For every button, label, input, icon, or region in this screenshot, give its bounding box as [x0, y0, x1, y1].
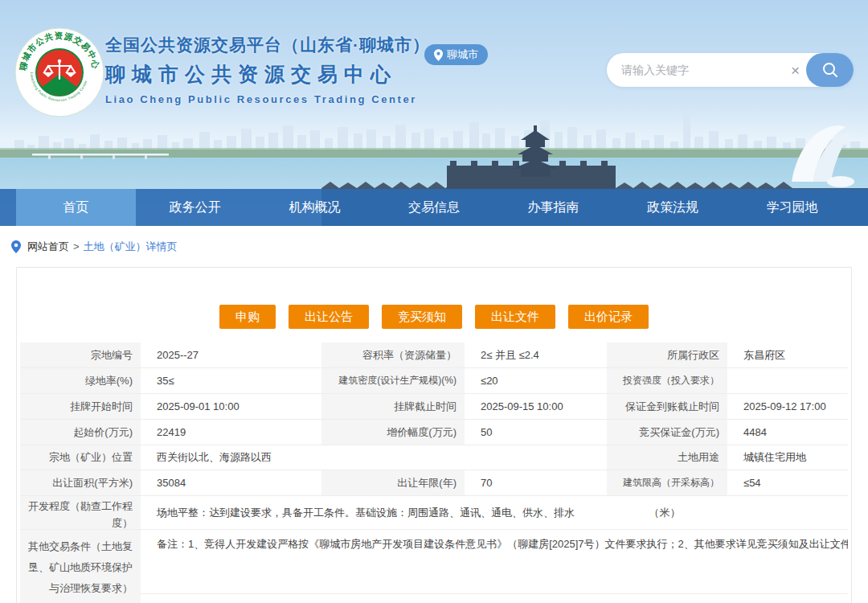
label-transfer-area: 出让面积(平方米) [20, 470, 141, 496]
value-investment-intensity [727, 368, 848, 394]
value-land-use: 城镇住宅用地 [727, 445, 848, 470]
land-detail-table: 宗地编号 2025--27 容积率（资源储量） 2≤ 并且 ≤2.4 所属行政区… [20, 343, 848, 603]
breadcrumb-home-link[interactable]: 网站首页 [27, 240, 69, 254]
value-height-limit: ≤54 [727, 470, 848, 496]
label-transfer-term: 出让年限(年) [321, 470, 465, 496]
clear-icon[interactable]: × [784, 63, 806, 78]
location-pin-icon [434, 49, 443, 61]
detail-card: 申购 出让公告 竞买须知 出让文件 出价记录 宗地编号 2025--27 容积率… [16, 267, 852, 603]
site-titles: 全国公共资源交易平台（山东省·聊城市） 聊城市公共资源交易中心 Liao Che… [105, 34, 430, 105]
unit-meters-cell: （米） [607, 496, 727, 530]
nav-item-gov-disclosure[interactable]: 政务公开 [136, 189, 256, 226]
label-building-density: 建筑密度(设计生产规模)(%) [321, 368, 465, 394]
label-bid-deposit: 竞买保证金(万元) [607, 420, 727, 445]
value-bid-deposit: 4484 [727, 420, 848, 445]
value-listing-start-time: 2025-09-01 10:00 [141, 394, 321, 420]
value-increment: 50 [465, 420, 607, 445]
label-green-rate: 绿地率(%) [20, 368, 141, 394]
label-district: 所属行政区 [607, 343, 727, 368]
site-title-english: Liao Cheng Public Resources Trading Cent… [105, 93, 430, 105]
value-green-rate: 35≤ [141, 368, 321, 394]
transfer-announcement-button[interactable]: 出让公告 [289, 305, 369, 329]
label-other-conditions: 其他交易条件（土地复垦、矿山地质环境保护与治理恢复要求） [20, 530, 141, 603]
label-parcel-location: 宗地（矿业）位置 [20, 445, 141, 470]
main-nav: 首页 政务公开 机构概况 交易信息 办事指南 政策法规 学习园地 [0, 189, 868, 226]
nav-item-policies[interactable]: 政策法规 [613, 189, 733, 226]
logo-emblem-icon: 聊城市公共资源交易中心 Liaocheng Public Resources T… [14, 27, 104, 117]
search-icon [821, 61, 839, 79]
action-button-row: 申购 出让公告 竞买须知 出让文件 出价记录 [17, 305, 851, 329]
search-bar: × [607, 53, 854, 87]
value-parcel-number: 2025--27 [141, 343, 321, 368]
location-badge-label: 聊城市 [447, 47, 478, 62]
label-listing-end-time: 挂牌截止时间 [321, 394, 465, 420]
search-input[interactable] [607, 64, 784, 76]
value-deposit-deadline: 2025-09-12 17:00 [727, 394, 848, 420]
value-transfer-area: 35084 [141, 470, 321, 496]
label-plot-ratio: 容积率（资源储量） [321, 343, 465, 368]
value-plot-ratio: 2≤ 并且 ≤2.4 [465, 343, 607, 368]
site-title-platform: 全国公共资源交易平台（山东省·聊城市） [105, 34, 430, 56]
value-transfer-term: 70 [465, 470, 607, 496]
breadcrumb: 网站首页 > 土地（矿业）详情页 [0, 226, 868, 267]
label-deposit-deadline: 保证金到账截止时间 [607, 394, 727, 420]
value-listing-end-time: 2025-09-15 10:00 [465, 394, 607, 420]
location-badge[interactable]: 聊城市 [424, 44, 488, 65]
value-building-density: ≤20 [465, 368, 607, 394]
breadcrumb-separator: > [73, 240, 80, 252]
bidding-notice-button[interactable]: 竞买须知 [382, 305, 462, 329]
label-height-limit: 建筑限高（开采标高） [607, 470, 727, 496]
label-listing-start-time: 挂牌开始时间 [20, 394, 141, 420]
label-parcel-number: 宗地编号 [20, 343, 141, 368]
bid-records-button[interactable]: 出价记录 [568, 305, 649, 329]
purchase-button[interactable]: 申购 [219, 305, 276, 329]
label-land-use: 土地用途 [607, 445, 727, 470]
table-filler-cell [141, 594, 848, 603]
nav-item-home[interactable]: 首页 [16, 189, 136, 226]
value-district: 东昌府区 [727, 343, 848, 368]
site-title-center: 聊城市公共资源交易中心 [105, 61, 430, 88]
nav-item-trade-info[interactable]: 交易信息 [375, 189, 494, 226]
label-starting-price: 起始价(万元) [20, 420, 141, 445]
nav-item-learning[interactable]: 学习园地 [732, 189, 852, 226]
label-investment-intensity: 投资强度（投入要求） [607, 368, 727, 394]
nav-item-service-guide[interactable]: 办事指南 [493, 189, 613, 226]
label-increment: 增价幅度(万元) [321, 420, 465, 445]
nav-item-org-overview[interactable]: 机构概况 [255, 189, 375, 226]
value-development-level: 场地平整：达到建设要求，具备开工条件。基础设施：周围通路、通讯、通电、供水、排水 [141, 496, 607, 530]
site-logo: 聊城市公共资源交易中心 Liaocheng Public Resources T… [14, 27, 104, 117]
search-button[interactable] [806, 53, 854, 87]
value-remarks: 备注：1、竞得人开发建设严格按《聊城市房地产开发项目建设条件意见书》（聊建房[2… [141, 530, 848, 594]
transfer-documents-button[interactable]: 出让文件 [475, 305, 555, 329]
value-parcel-location: 西关街以北、海源路以西 [141, 445, 607, 470]
label-development-level: 开发程度（勘查工作程度） [20, 496, 141, 530]
value-height-unit-empty [727, 496, 848, 530]
location-pin-icon [11, 240, 21, 253]
breadcrumb-current-page: 土地（矿业）详情页 [84, 240, 178, 254]
page: 聊城市公共资源交易中心 Liaocheng Public Resources T… [0, 0, 868, 603]
value-starting-price: 22419 [141, 420, 321, 445]
